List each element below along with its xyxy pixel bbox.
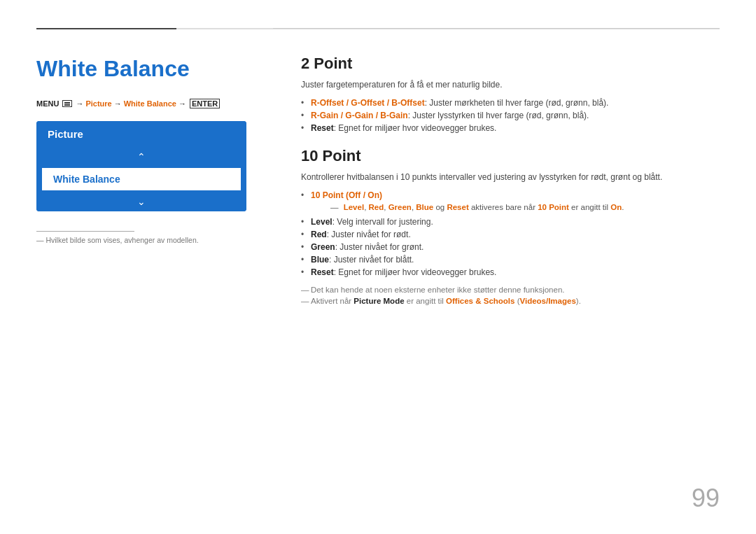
green-label: Green — [311, 242, 335, 252]
bullet-green: Green: Juster nivået for grønt. — [301, 241, 720, 253]
videos-images-label: Videos/Images — [519, 297, 575, 305]
footnote-external-text: Det kan hende at noen eksterne enheter i… — [311, 286, 565, 294]
menu-icon — [62, 100, 72, 107]
bullet-r-gain: R-Gain / G-Gain / B-Gain: Juster lysstyr… — [301, 109, 720, 122]
bullet-text-2: : Juster lysstyrken til hver farge (rød,… — [408, 111, 589, 120]
arrow-up-icon: ⌃ — [36, 147, 246, 167]
right-column: 2 Point Juster fargetemperaturen for å f… — [301, 42, 720, 308]
footnote-external: Det kan hende at noen eksterne enheter i… — [301, 286, 720, 294]
red-label: Red — [311, 230, 327, 239]
bullet-reset-2: Reset: Egnet for miljøer hvor videovegge… — [301, 266, 720, 279]
arrow3: → — [178, 99, 186, 108]
bullet-10point: 10 Point (Off / On) Level, Red, Green, B… — [301, 189, 720, 216]
blue-label: Blue — [311, 255, 329, 265]
arrow2: → — [114, 99, 122, 108]
bullet-10point-label: 10 Point (Off / On) — [311, 190, 382, 200]
page-number: 99 — [692, 484, 720, 513]
bullet-reset-1: Reset: Egnet for miljøer hvor videovegge… — [301, 122, 720, 134]
arrow1: → — [76, 99, 83, 108]
level-text: Level — [344, 203, 364, 211]
divider-right — [273, 28, 720, 29]
section2-intro: Kontrollerer hvitbalansen i 10 punkts in… — [301, 172, 720, 182]
footnote-paren-close: ). — [576, 297, 581, 305]
subnote-text: Level, Red, Green, Blue og Reset aktiver… — [344, 203, 624, 211]
footnote-middle: er angitt til — [405, 297, 446, 305]
section2-footnotes: Det kan hende at noen eksterne enheter i… — [301, 286, 720, 305]
red-text: Red — [369, 203, 384, 211]
footnote-prefix: Aktivert når — [311, 297, 354, 305]
arrow-down-icon: ⌄ — [36, 192, 246, 211]
bullet-orange-2: R-Gain / G-Gain / B-Gain — [311, 111, 408, 120]
bullet-bold-reset1: Reset — [311, 123, 334, 133]
picture-mode-label: Picture Mode — [354, 297, 404, 305]
green-desc: : Juster nivået for grønt. — [335, 242, 424, 252]
footnote-picture-mode: Aktivert når Picture Mode er angitt til … — [301, 297, 720, 305]
bullet-r-offset: R-Offset / G-Offset / B-Offset: Juster m… — [301, 97, 720, 109]
picture-menu-header: Picture — [36, 121, 246, 147]
section2-bullets: 10 Point (Off / On) Level, Red, Green, B… — [301, 189, 720, 279]
red-desc: : Juster nivået for rødt. — [327, 230, 411, 239]
white-balance-menu-item[interactable]: White Balance — [41, 167, 242, 192]
10point-text: 10 Point — [538, 203, 569, 211]
level-desc: : Velg intervall for justering. — [332, 217, 433, 227]
blue-text: Blue — [416, 203, 433, 211]
offices-schools-label: Offices & Schools — [446, 297, 514, 305]
sub-note-10point: Level, Red, Green, Blue og Reset aktiver… — [330, 200, 720, 214]
section1-bullets: R-Offset / G-Offset / B-Offset: Juster m… — [301, 97, 720, 134]
bullet-level: Level: Velg intervall for justering. — [301, 216, 720, 228]
blue-desc: : Juster nivået for blått. — [329, 255, 414, 265]
on-text: On — [610, 203, 622, 211]
section1-intro: Juster fargetemperaturen for å få et mer… — [301, 80, 720, 90]
section1-title: 2 Point — [301, 55, 720, 73]
footnote-divider — [36, 231, 134, 232]
bullet-blue: Blue: Juster nivået for blått. — [301, 253, 720, 266]
menu-label: MENU — [36, 99, 59, 108]
page-title: White Balance — [36, 56, 267, 82]
enter-icon: ENTER — [190, 99, 220, 108]
reset-desc-2: : Egnet for miljøer hvor videovegger bru… — [334, 267, 497, 277]
bullet-orange-1: R-Offset / G-Offset / B-Offset — [311, 98, 425, 108]
bullet-text-1: : Juster mørkheten til hver farge (rød, … — [425, 98, 609, 108]
green-text: Green — [388, 203, 412, 211]
picture-link: Picture — [85, 99, 111, 108]
level-label: Level — [311, 217, 332, 227]
footnote-text: ― Hvilket bilde som vises, avhenger av m… — [36, 236, 267, 244]
menu-path: MENU → Picture → White Balance → ENTER — [36, 99, 267, 108]
picture-menu: Picture ⌃ White Balance ⌄ — [36, 121, 246, 211]
left-column: White Balance MENU → Picture → White Bal… — [36, 42, 267, 244]
section2-title: 10 Point — [301, 147, 720, 165]
reset-text-note: Reset — [447, 203, 468, 211]
reset-label-2: Reset — [311, 267, 334, 277]
white-balance-link: White Balance — [124, 99, 176, 108]
bullet-text-reset1: : Egnet for miljøer hvor videovegger bru… — [334, 123, 497, 133]
bullet-red: Red: Juster nivået for rødt. — [301, 228, 720, 241]
